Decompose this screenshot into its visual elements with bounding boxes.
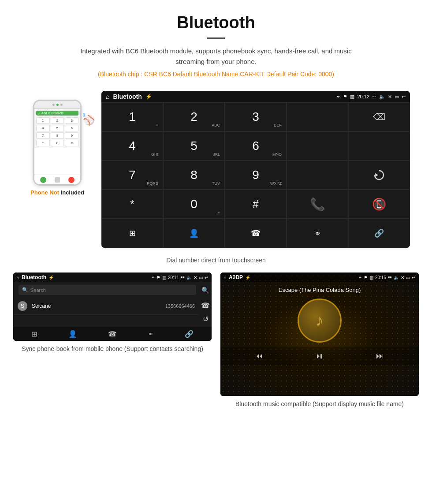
music-cam-icon: ☷ [388,275,392,280]
dial-key-0[interactable]: 0+ [163,190,225,219]
pb-right-call-icon[interactable]: ☎ [201,301,210,310]
dial-empty-1 [287,131,348,161]
music-status-bar: ⌂ A2DP ⚡ ⚭ ⚑ ▨ 20:15 ☷ 🔈 ✕ ▭ ↩ [220,273,419,282]
music-play-icon[interactable]: ⏯ [316,351,324,361]
phone-key: 9 [65,132,78,139]
volume-icon: 🔈 [379,94,385,100]
music-vol-icon: 🔈 [394,275,399,280]
dial-grid: 1∞ 2ABC 3DEF ⌫ 4GHI 5JKL 6MNO [101,102,410,248]
pb-search-icon: 🔍 [22,287,28,293]
bottom-screenshots: ⌂ Bluetooth ⚡ ⚭ ⚑ ▨ 20:11 ☷ 🔈 ✕ ▭ ↩ [0,273,432,409]
bluetooth-wave-icon: ))) ⚾ [83,113,95,125]
home-icon[interactable]: ⌂ [106,93,109,100]
dial-nav-bluetooth[interactable]: ⚭ [287,219,348,248]
music-close-icon[interactable]: ✕ [401,275,404,280]
dial-nav-contacts[interactable]: 👤 [163,219,225,248]
phone-key: 4 [36,125,50,131]
music-back-icon[interactable]: ↩ [412,275,415,280]
pb-nav-link[interactable]: 🔗 [185,330,194,338]
music-block: ⌂ A2DP ⚡ ⚭ ⚑ ▨ 20:15 ☷ 🔈 ✕ ▭ ↩ Es [220,273,419,409]
music-content: Escape (The Pina Colada Song) ♪ [220,282,419,347]
pb-right-icons: ☎ ↺ [199,298,212,327]
pb-search-btn[interactable]: 🔍 [201,287,209,294]
pb-win-icon[interactable]: ▭ [199,275,203,280]
dial-nav-call[interactable]: ☎ [225,219,287,248]
usb-icon: ⚡ [145,93,152,100]
dial-key-hash[interactable]: # [225,190,287,219]
pb-nav-contacts[interactable]: 👤 [68,330,77,338]
pb-loc-icon: ⚑ [156,275,160,280]
phone-mockup-wrap: +Add to Contacts 1 2 3 4 5 6 7 8 9 * 0 [22,91,93,196]
page-title: Bluetooth [9,13,423,32]
music-next-icon[interactable]: ⏭ [376,351,384,361]
phone-keypad: 1 2 3 4 5 6 7 8 9 * 0 # [36,117,78,146]
dial-call-red[interactable]: 📵 [348,190,410,219]
phone-key: # [65,140,78,146]
phone-not-included-orange: Phone Not [30,189,59,196]
car-screen: ⌂ Bluetooth ⚡ ⚭ ⚑ ▨ 20:12 ☷ 🔈 ✕ ▭ ↩ 1∞ [101,91,410,248]
music-win-icon[interactable]: ▭ [406,275,410,280]
pb-close-icon[interactable]: ✕ [194,275,197,280]
dial-key-2[interactable]: 2ABC [163,102,225,131]
close-icon[interactable]: ✕ [388,94,392,100]
music-caption-text: Bluetooth music compatible (Support disp… [235,400,404,407]
phone-not-included-black: Included [59,189,84,196]
phone-home-btn [55,177,60,183]
pb-nav-keypad[interactable]: ⊞ [31,330,37,338]
dial-key-9[interactable]: 9WXYZ [225,161,287,190]
pb-search-bar[interactable]: 🔍 Search [19,285,196,295]
dial-empty-3 [287,161,348,190]
dial-nav-keypad[interactable]: ⊞ [101,219,163,248]
pb-right-sync-icon[interactable]: ↺ [203,315,209,323]
car-status-left: ⌂ Bluetooth ⚡ [106,93,152,100]
dial-key-5[interactable]: 5JKL [163,131,225,161]
pb-home-icon[interactable]: ⌂ [17,275,19,280]
phone-not-included-label: Phone Not Included [30,189,84,196]
dial-key-4[interactable]: 4GHI [101,131,163,161]
pb-status-bar: ⌂ Bluetooth ⚡ ⚭ ⚑ ▨ 20:11 ☷ 🔈 ✕ ▭ ↩ [13,273,212,282]
phone-dot [52,104,55,106]
pb-back-icon[interactable]: ↩ [205,275,208,280]
dial-nav-link[interactable]: 🔗 [348,219,410,248]
phone-dot-green [56,104,59,106]
car-time: 20:12 [357,94,369,99]
music-prev-icon[interactable]: ⏮ [255,351,263,361]
music-home-icon[interactable]: ⌂ [224,275,227,280]
dial-key-6[interactable]: 6MNO [225,131,287,161]
header-description: Integrated with BC6 Bluetooth module, su… [79,46,353,67]
call-green-icon: 📞 [310,197,325,212]
phone-bottom-bar [34,175,80,184]
music-status-left: ⌂ A2DP ⚡ [224,274,250,280]
bluetooth-status-icon: ⚭ [336,94,340,100]
music-title: A2DP [229,274,243,280]
header-specs: (Bluetooth chip : CSR BC6 Default Blueto… [9,71,423,78]
pb-time: 20:11 [168,275,179,280]
music-signal-icon: ▨ [369,275,373,280]
pb-contact-row[interactable]: S Seicane 13566664466 [13,298,199,315]
location-status-icon: ⚑ [343,94,347,100]
window-icon[interactable]: ▭ [395,94,399,100]
dial-key-1[interactable]: 1∞ [101,102,163,131]
dial-key-8[interactable]: 8TUV [163,161,225,190]
dial-key-7[interactable]: 7PQRS [101,161,163,190]
camera-icon: ☷ [372,94,376,100]
dial-key-star[interactable]: * [101,190,163,219]
pb-search-placeholder: Search [30,287,46,293]
phone-dot2 [60,104,63,106]
dial-empty-2 [348,131,410,161]
dial-backspace[interactable]: ⌫ [348,102,410,131]
dial-call-green[interactable]: 📞 [287,190,348,219]
pb-nav-phone[interactable]: ☎ [108,330,117,338]
phonebook-block: ⌂ Bluetooth ⚡ ⚭ ⚑ ▨ 20:11 ☷ 🔈 ✕ ▭ ↩ [13,273,212,409]
svg-marker-0 [375,173,378,177]
page-header: Bluetooth Integrated with BC6 Bluetooth … [0,0,432,91]
music-note-icon: ♪ [316,311,324,330]
phone-key: 3 [65,117,78,124]
phone-key: 5 [51,125,64,131]
call-red-icon: 📵 [372,198,386,211]
dial-section: +Add to Contacts 1 2 3 4 5 6 7 8 9 * 0 [0,91,432,252]
back-icon[interactable]: ↩ [402,94,406,100]
dial-key-3[interactable]: 3DEF [225,102,287,131]
dial-redial[interactable] [348,161,410,190]
pb-nav-bt[interactable]: ⚭ [148,330,153,338]
